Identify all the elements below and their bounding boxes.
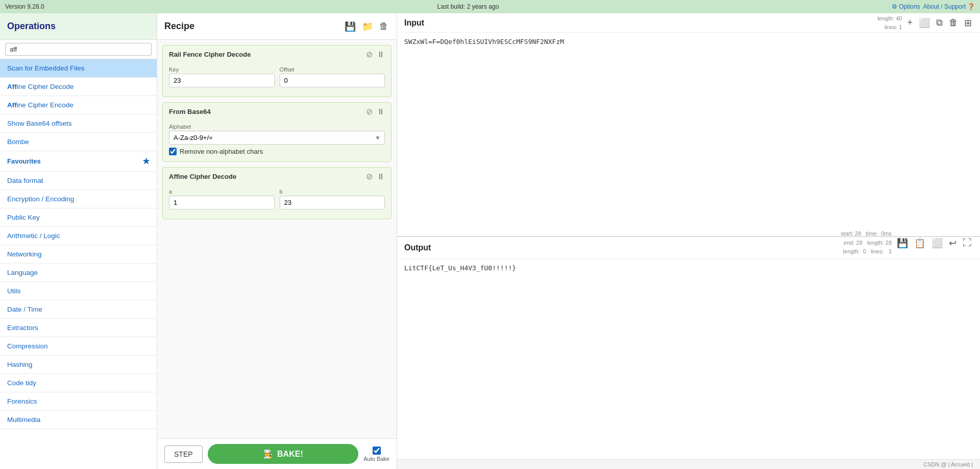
sidebar-item-label: Code tidy	[7, 379, 36, 387]
sidebar-item-hashing[interactable]: Hashing	[0, 356, 157, 374]
sidebar-item-affine-encode[interactable]: Affine Cipher Encode	[0, 96, 157, 114]
input-window-button[interactable]: ⬜	[918, 16, 931, 30]
field-row-affine-decode: a b	[169, 189, 385, 209]
options-button[interactable]: ⚙ Options	[892, 3, 920, 10]
remove-non-alpha-label: Remove non-alphabet chars	[180, 148, 263, 155]
rest-text: ine Cipher Decode	[17, 83, 74, 90]
input-meta: length: 40 lines: 1	[877, 14, 902, 31]
auto-bake-label: Auto Bake	[363, 456, 389, 462]
input-grid-button[interactable]: ⊞	[963, 16, 973, 30]
output-copy-button[interactable]: 📋	[913, 237, 926, 250]
sidebar: Operations Scan for Embedded Files Affin…	[0, 13, 157, 469]
input-panel: Input length: 40 lines: 1 + ⬜ ⧉ 🗑 ⊞ SWZx…	[397, 13, 980, 237]
sidebar-item-networking[interactable]: Networking	[0, 245, 157, 264]
sidebar-item-utils[interactable]: Utils	[0, 282, 157, 300]
step-title-rail-fence: Rail Fence Cipher Decode	[169, 51, 251, 58]
recipe-actions: 💾 📁 🗑	[344, 20, 389, 33]
b-field-group: b	[280, 189, 385, 209]
sidebar-item-data-format[interactable]: Data format	[0, 172, 157, 190]
b-input[interactable]	[280, 196, 385, 209]
field-row-rail-fence: Key Offset	[169, 66, 385, 87]
step-title-affine-decode: Affine Cipher Decode	[169, 173, 236, 180]
sidebar-item-extractors[interactable]: Extractors	[0, 319, 157, 337]
offset-input[interactable]	[280, 74, 385, 87]
sidebar-item-compression[interactable]: Compression	[0, 337, 157, 356]
offset-label: Offset	[280, 66, 385, 73]
auto-bake-checkbox[interactable]	[373, 447, 381, 455]
sidebar-item-label: Utils	[7, 287, 20, 295]
sidebar-header: Operations	[0, 13, 157, 40]
disable-step-from-base64[interactable]: ⊘	[366, 107, 373, 116]
clear-recipe-button[interactable]: 🗑	[378, 20, 389, 33]
question-icon: ❓	[967, 3, 975, 10]
input-clear-button[interactable]: 🗑	[948, 16, 959, 29]
sidebar-item-language[interactable]: Language	[0, 264, 157, 282]
input-text: SWZxWl=F=DQef0hlEiSUIVh9ESCcMFS9NF2NXFzM	[404, 38, 564, 45]
recipe-panel: Recipe 💾 📁 🗑 Rail Fence Cipher Decode ⊘ …	[157, 13, 397, 469]
alphabet-field-group: Alphabet A-Za-z0-9+/= ▼	[169, 124, 385, 145]
sidebar-item-code-tidy[interactable]: Code tidy	[0, 374, 157, 392]
highlight-text: Aff	[7, 101, 17, 109]
key-field-group: Key	[169, 66, 275, 87]
input-content: SWZxWl=F=DQef0hlEiSUIVh9ESCcMFS9NF2NXFzM	[397, 33, 980, 236]
sidebar-item-label: Show Base64 offsets	[7, 120, 72, 127]
sidebar-item-multimedia[interactable]: Multimedia	[0, 411, 157, 429]
about-label: About / Support	[923, 3, 966, 10]
output-actions: start: 28 time: 0ms end: 28 length: 28 l…	[841, 229, 973, 256]
sidebar-item-forensics[interactable]: Forensics	[0, 392, 157, 411]
disable-step-affine-decode[interactable]: ⊘	[366, 172, 373, 181]
output-undo-button[interactable]: ↩	[948, 237, 958, 250]
step-title-from-base64: From Base64	[169, 108, 211, 115]
input-header: Input length: 40 lines: 1 + ⬜ ⧉ 🗑 ⊞	[397, 13, 980, 33]
recipe-step-header-affine-decode: Affine Cipher Decode ⊘ ⏸	[163, 168, 391, 185]
sidebar-item-enc-encoding[interactable]: Encryption / Encoding	[0, 190, 157, 208]
sidebar-item-label: Extractors	[7, 324, 38, 332]
offset-field-group: Offset	[280, 66, 385, 87]
pause-step-from-base64[interactable]: ⏸	[377, 107, 385, 116]
output-window-button[interactable]: ⬜	[930, 237, 944, 250]
sidebar-item-label: Compression	[7, 342, 48, 350]
input-actions: length: 40 lines: 1 + ⬜ ⧉ 🗑 ⊞	[877, 14, 973, 31]
recipe-step-header-from-base64: From Base64 ⊘ ⏸	[163, 103, 391, 121]
sidebar-favourites[interactable]: Favourites ★	[0, 151, 157, 172]
load-recipe-button[interactable]: 📁	[361, 20, 374, 33]
bake-button[interactable]: 👨‍🍳 BAKE!	[208, 444, 359, 464]
footer-bar: CSDN @ | Arcueid |	[397, 459, 980, 469]
output-save-button[interactable]: 💾	[896, 237, 909, 250]
a-input[interactable]	[169, 196, 275, 209]
sidebar-item-label: Networking	[7, 250, 42, 258]
step-button[interactable]: STEP	[164, 445, 203, 463]
new-tab-button[interactable]: +	[906, 16, 914, 29]
sidebar-item-date-time[interactable]: Date / Time	[0, 300, 157, 319]
save-recipe-button[interactable]: 💾	[344, 20, 357, 33]
sidebar-item-public-key[interactable]: Public Key	[0, 208, 157, 227]
sidebar-item-arithmetic-logic[interactable]: Arithmetic / Logic	[0, 227, 157, 245]
output-fullscreen-button[interactable]: ⛶	[962, 237, 973, 249]
sidebar-item-bombe[interactable]: Bombe	[0, 133, 157, 151]
output-panel: Output start: 28 time: 0ms end: 28 lengt…	[397, 237, 980, 459]
search-input[interactable]	[5, 43, 152, 56]
sidebar-item-scan-embedded[interactable]: Scan for Embedded Files	[0, 59, 157, 78]
sidebar-item-label: Encryption / Encoding	[7, 195, 74, 203]
remove-non-alpha-checkbox[interactable]	[169, 148, 177, 155]
sidebar-item-label: Data format	[7, 177, 43, 184]
highlight-text: Aff	[7, 83, 17, 90]
pause-step-affine-decode[interactable]: ⏸	[377, 172, 385, 181]
key-input[interactable]	[169, 74, 275, 87]
version-label: Version 9.28.0	[5, 3, 44, 10]
alphabet-select[interactable]: A-Za-z0-9+/=	[169, 131, 385, 145]
gear-icon: ⚙	[892, 3, 897, 10]
bake-icon: 👨‍🍳	[263, 449, 273, 459]
input-split-button[interactable]: ⧉	[935, 16, 944, 29]
last-build-label: Last build: 2 years ago	[437, 3, 499, 10]
pause-step-rail-fence[interactable]: ⏸	[377, 50, 385, 59]
sidebar-item-label: Date / Time	[7, 306, 42, 313]
sidebar-item-affine-decode[interactable]: Affine Cipher Decode	[0, 78, 157, 96]
disable-step-rail-fence[interactable]: ⊘	[366, 50, 373, 59]
sidebar-item-show-base64[interactable]: Show Base64 offsets	[0, 114, 157, 133]
io-area: Input length: 40 lines: 1 + ⬜ ⧉ 🗑 ⊞ SWZx…	[397, 13, 980, 469]
about-support-button[interactable]: About / Support ❓	[923, 3, 975, 10]
auto-bake-wrap: Auto Bake	[363, 447, 389, 462]
step-actions-rail-fence: ⊘ ⏸	[366, 50, 385, 59]
a-field-group: a	[169, 189, 275, 209]
